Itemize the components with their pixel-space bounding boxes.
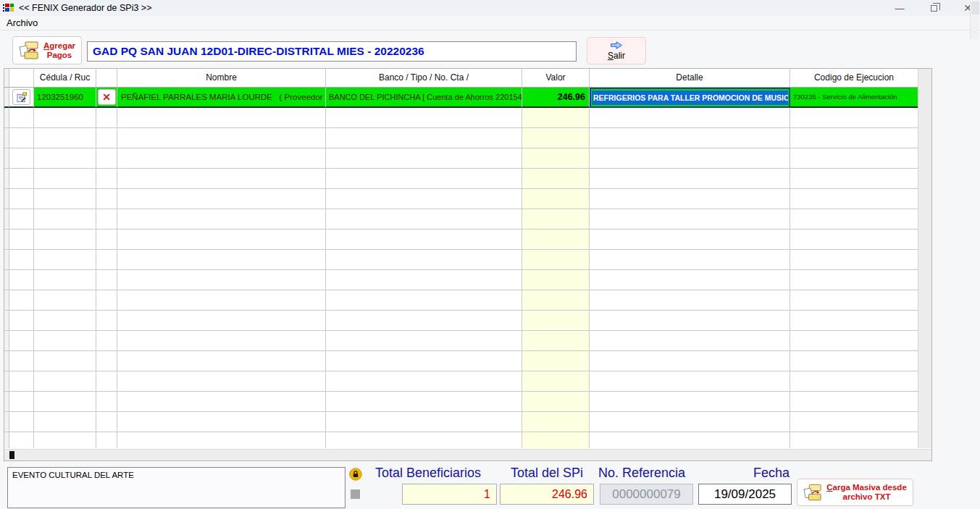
grid-cell	[522, 169, 590, 189]
grid-vertical-scrollbar[interactable]	[918, 69, 931, 448]
table-row	[4, 148, 919, 169]
grid-cell	[522, 392, 590, 412]
grid-cell	[34, 270, 96, 290]
grid-cell	[522, 209, 590, 230]
total-beneficiarios-value: 1	[402, 484, 497, 505]
grid-cell	[117, 351, 326, 371]
grid-cell	[326, 148, 522, 169]
grid-cell	[9, 189, 34, 209]
total-beneficiarios-label: Total Beneficiarios	[375, 466, 481, 481]
cell-valor: 246.96	[522, 88, 590, 108]
add-payments-folder-icon	[19, 41, 39, 60]
grid-cell	[96, 412, 117, 432]
minimize-button[interactable]: —	[885, 0, 914, 16]
payment-row[interactable]: 1203251960 ✕ PEÑAFIEL PARRALES MARIA LOU…	[4, 88, 919, 108]
table-row	[4, 230, 919, 250]
edit-row-button[interactable]	[12, 89, 30, 105]
table-row	[4, 189, 919, 209]
grid-cell	[34, 392, 96, 412]
grid-cell	[9, 230, 34, 250]
grid-cell	[326, 432, 522, 448]
grid-cell	[590, 311, 790, 331]
notes-textarea[interactable]: EVENTO CULTURAL DEL ARTE	[7, 467, 345, 508]
table-row	[4, 351, 919, 371]
grid-cell	[4, 128, 9, 148]
hscroll-thumb[interactable]	[9, 451, 14, 459]
grid-cell	[117, 209, 326, 230]
grid-cell	[96, 230, 117, 250]
grid-horizontal-scrollbar[interactable]	[4, 449, 931, 460]
grid-cell	[4, 250, 9, 270]
grid-cell	[9, 392, 34, 412]
restore-icon	[931, 5, 937, 12]
header-edit-col	[9, 69, 34, 87]
bulk-load-folder-icon	[803, 484, 822, 502]
grid-cell	[590, 148, 790, 169]
grid-cell	[4, 432, 9, 448]
batch-name-field[interactable]: GAD PQ SAN JUAN 12D01-DIREC-DISTRITAL MI…	[87, 41, 577, 62]
grid-cell	[34, 311, 96, 331]
detalle-selected-text: REFRIGERIOS PARA TALLER PROMOCION DE MUS…	[592, 91, 788, 105]
menu-archivo[interactable]: Archivo	[0, 16, 44, 30]
restore-button[interactable]	[919, 0, 948, 16]
grid-cell	[4, 230, 9, 250]
grid-cell	[326, 189, 522, 209]
grid-cell	[790, 331, 918, 351]
grid-cell	[590, 270, 790, 290]
grid-cell	[326, 371, 522, 392]
header-cedula: Cédula / Ruc	[34, 69, 96, 87]
agregar-pagos-button[interactable]: Agregar Pagos	[12, 36, 82, 64]
grid-cell	[522, 412, 590, 432]
grid-cell	[790, 311, 918, 331]
grid-cell	[326, 270, 522, 290]
table-row	[4, 209, 919, 230]
cell-detalle-editor[interactable]: REFRIGERIOS PARA TALLER PROMOCION DE MUS…	[590, 88, 790, 108]
grid-cell	[34, 250, 96, 270]
grid-cell	[590, 351, 790, 371]
total-spi-label: Total del SPi	[511, 466, 583, 481]
salir-button[interactable]: Salir	[587, 37, 646, 64]
grid-cell	[590, 432, 790, 448]
notes-scrollbar[interactable]	[970, 1, 979, 39]
fecha-input[interactable]: 19/09/2025	[698, 484, 792, 505]
grid-cell	[4, 209, 9, 230]
table-row	[4, 432, 919, 448]
grid-cell	[117, 331, 326, 351]
grid-cell	[9, 108, 34, 128]
grid-cell	[590, 412, 790, 432]
table-row	[4, 270, 919, 290]
grid-cell	[590, 209, 790, 230]
grid-cell	[96, 128, 117, 148]
grid-cell	[4, 189, 9, 209]
grid-cell	[790, 148, 918, 169]
header-codigo: Codigo de Ejecucion	[790, 69, 918, 87]
grid-cell	[34, 230, 96, 250]
carga-masiva-button[interactable]: Carga Masiva desde archivo TXT	[797, 479, 913, 506]
grid-cell	[117, 290, 326, 311]
footer-checkbox[interactable]	[351, 489, 360, 499]
table-row	[4, 250, 919, 270]
delete-row-button[interactable]: ✕	[98, 89, 116, 105]
notes-scroll-thumb[interactable]	[971, 1, 979, 14]
grid-cell	[790, 270, 918, 290]
cell-cedula: 1203251960	[34, 88, 96, 108]
cell-codigo: 730235 - Servicio de Alimentación	[790, 88, 918, 108]
grid-cell	[9, 128, 34, 148]
window-title: << FENIX Generador de SPi3 >>	[19, 3, 151, 13]
grid-cell	[34, 290, 96, 311]
grid-cell	[117, 169, 326, 189]
grid-cell	[4, 290, 9, 311]
grid-cell	[522, 189, 590, 209]
grid-cell	[522, 331, 590, 351]
grid-cell	[790, 230, 918, 250]
grid-cell	[522, 148, 590, 169]
grid-cell	[326, 250, 522, 270]
lock-indicator[interactable]	[349, 468, 362, 481]
grid-cell	[96, 169, 117, 189]
table-row	[4, 128, 919, 148]
grid-cell	[117, 128, 326, 148]
grid-cell	[326, 311, 522, 331]
grid-cell	[326, 230, 522, 250]
table-row	[4, 169, 919, 189]
grid-cell	[522, 128, 590, 148]
